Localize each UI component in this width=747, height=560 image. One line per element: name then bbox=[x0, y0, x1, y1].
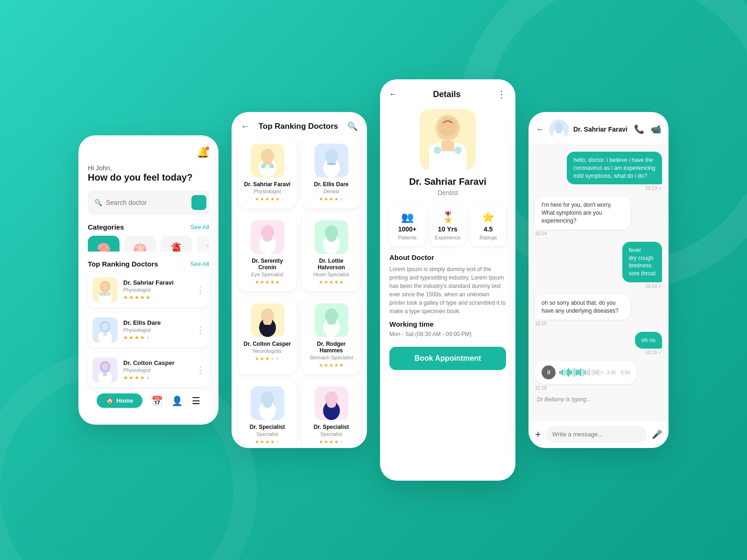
book-appointment-button[interactable]: Book Appointment bbox=[389, 347, 506, 370]
doc-card-hammes[interactable]: Dr. Rodger Hammes Stomach Specialist ★★★… bbox=[302, 297, 360, 374]
doctor-stars-casper: ★★★★★ bbox=[123, 375, 190, 381]
top-doctors-header: Top Ranking Doctors See All bbox=[88, 260, 209, 268]
card-avatar-extra2 bbox=[315, 386, 348, 420]
card-stars-faravi: ★★★★★ bbox=[255, 196, 280, 202]
svg-point-45 bbox=[434, 147, 441, 154]
doctor-info-faravi: Dr. Sahriar Faravi Physiologist ★★★★★ bbox=[123, 279, 190, 301]
svg-rect-32 bbox=[264, 320, 271, 325]
microphone-button[interactable]: 🎤 bbox=[652, 429, 662, 440]
play-audio-button[interactable]: ⏸ bbox=[542, 365, 556, 379]
ratings-value: 4.5 bbox=[484, 225, 493, 233]
top-ranking-title: Top Ranking Doctors bbox=[88, 260, 158, 268]
about-title: About Doctor bbox=[389, 253, 506, 261]
category-lungs[interactable]: 🫁 Lungs 980 Doctors bbox=[124, 236, 156, 252]
category-stomach[interactable]: 🫀 Stomach 840 Doctors bbox=[161, 236, 192, 252]
svg-point-4 bbox=[99, 292, 103, 296]
doctor-stars-faravi: ★★★★★ bbox=[123, 294, 190, 301]
doctor-item-faravi[interactable]: Dr. Sahriar Faravi Physiologist ★★★★★ ⋮ bbox=[88, 273, 209, 307]
patients-label: Patients bbox=[398, 235, 416, 240]
card-avatar-dare bbox=[315, 144, 348, 177]
phone2-header: ← Top Ranking Doctors 🔍 bbox=[232, 112, 367, 137]
back-button-phone3[interactable]: ← bbox=[389, 90, 397, 98]
home-nav-button[interactable]: 🏠 Home bbox=[97, 393, 142, 408]
card-avatar-casper2 bbox=[251, 303, 284, 337]
svg-rect-44 bbox=[441, 141, 454, 151]
card-avatar-hammes bbox=[315, 303, 348, 337]
svg-point-41 bbox=[327, 400, 336, 408]
doc-card-extra2[interactable]: Dr. Specialist Specialist ★★★★★ bbox=[302, 380, 360, 448]
doctor-item-casper[interactable]: Dr. Colton Casper Physiologist ★★★★★ ⋮ bbox=[88, 353, 209, 387]
svg-rect-13 bbox=[103, 372, 107, 376]
phone-call-button[interactable]: 📞 bbox=[634, 124, 644, 134]
experience-value: 10 Yrs bbox=[438, 225, 458, 233]
svg-point-10 bbox=[100, 361, 110, 372]
experience-label: Experience bbox=[435, 235, 460, 240]
back-button-phone2[interactable]: ← bbox=[241, 122, 249, 132]
search-input[interactable] bbox=[106, 199, 188, 206]
doctor-profile: Dr. Sahriar Faravi Dentist bbox=[380, 105, 515, 204]
doctor-more-casper[interactable]: ⋮ bbox=[196, 365, 204, 375]
back-button-chat[interactable]: ← bbox=[536, 125, 544, 134]
greeting-question: How do you feel today? bbox=[88, 172, 209, 183]
svg-point-7 bbox=[101, 322, 109, 331]
notification-icon[interactable]: 🔔 bbox=[197, 147, 209, 159]
greeting: Hi John, How do you feel today? bbox=[88, 164, 209, 183]
phone2-ranking: ← Top Ranking Doctors 🔍 Dr. Sahriar Fara… bbox=[232, 112, 367, 448]
more-button-phone3[interactable]: ⋮ bbox=[497, 89, 506, 100]
search-bar[interactable]: 🔍 bbox=[88, 190, 209, 215]
svg-point-11 bbox=[101, 363, 109, 371]
svg-point-25 bbox=[263, 234, 272, 242]
audio-message[interactable]: ⏸ 3:45 5:04 bbox=[535, 361, 637, 384]
doctor-item-dare[interactable]: Dr. Ellis Dare Physiologist ★★★★★ ⋮ bbox=[88, 313, 209, 347]
category-bone[interactable]: 🦴 Bo... 450 bbox=[197, 236, 209, 252]
search-button-phone2[interactable]: 🔍 bbox=[347, 121, 358, 132]
working-title: Working time bbox=[389, 320, 506, 328]
svg-point-38 bbox=[263, 400, 272, 408]
video-call-button[interactable]: 📹 bbox=[651, 124, 661, 134]
message-2: I'm here for you, don't worry. What symp… bbox=[535, 196, 662, 236]
categories-list: 🧠 Brain 1200 Doctors 🫁 Lungs 980 Doctors… bbox=[88, 236, 209, 252]
lungs-icon: 🫁 bbox=[133, 242, 147, 252]
filter-button[interactable] bbox=[191, 195, 206, 210]
svg-rect-9 bbox=[103, 332, 107, 336]
message-1: hello, doctor. i believe i have the coro… bbox=[535, 152, 662, 191]
category-brain[interactable]: 🧠 Brain 1200 Doctors bbox=[88, 236, 120, 252]
doc-card-halvorson[interactable]: Dr. Lottie Halvorson Heart Specialist ★★… bbox=[302, 214, 360, 291]
audio-total-time: 5:04 bbox=[621, 370, 630, 375]
categories-see-all[interactable]: See All bbox=[190, 224, 209, 231]
doctor-more-faravi[interactable]: ⋮ bbox=[196, 285, 204, 295]
chat-doctor-name: Dr. Sahriar Faravi bbox=[573, 126, 629, 133]
ratings-label: Ratings bbox=[479, 235, 497, 240]
message-bubble-4: oh so sorry about that. do you have any … bbox=[535, 294, 630, 320]
message-3: fever dry cough tiredness sore throat 10… bbox=[535, 242, 662, 289]
doc-card-dare[interactable]: Dr. Ellis Dare Dentist ★★★★★ bbox=[302, 137, 360, 208]
svg-point-46 bbox=[454, 147, 462, 154]
doctor-more-dare[interactable]: ⋮ bbox=[196, 325, 204, 335]
doc-card-casper2[interactable]: Dr. Colton Casper Neurologists ★★★★★ bbox=[238, 297, 296, 374]
doc-card-cronin[interactable]: Dr. Serenity Cronin Eye Specialist ★★★★★ bbox=[238, 214, 296, 291]
doc-card-extra1[interactable]: Dr. Specialist Specialist ★★★★★ bbox=[238, 380, 296, 448]
menu-nav[interactable]: ☰ bbox=[192, 395, 200, 406]
doctors-grid: Dr. Sahriar Faravi Physiologist ★★★★★ Dr… bbox=[232, 137, 367, 448]
doctor-stars-dare: ★★★★★ bbox=[123, 335, 190, 341]
chat-input-bar: + 🎤 bbox=[529, 420, 669, 448]
doc-card-faravi[interactable]: Dr. Sahriar Faravi Physiologist ★★★★★ bbox=[238, 137, 296, 208]
stat-experience: 🎖️ 10 Yrs Experience bbox=[430, 206, 466, 246]
stats-row: 👥 1000+ Patients 🎖️ 10 Yrs Experience ⭐ … bbox=[380, 206, 515, 246]
attachment-button[interactable]: + bbox=[535, 428, 541, 441]
profile-nav[interactable]: 👤 bbox=[171, 395, 183, 406]
audio-current-time: 3:45 bbox=[607, 370, 616, 375]
card-stars-extra2: ★★★★★ bbox=[319, 439, 344, 444]
chat-doctor-avatar bbox=[549, 119, 569, 139]
brain-icon: 🧠 bbox=[97, 242, 111, 252]
doctor-detail-name: Dr. Sahriar Faravi bbox=[409, 176, 486, 187]
calendar-nav[interactable]: 📅 bbox=[151, 395, 163, 406]
card-stars-cronin: ★★★★★ bbox=[255, 280, 280, 285]
message-input[interactable] bbox=[546, 426, 647, 442]
patients-value: 1000+ bbox=[398, 225, 416, 233]
phone4-chat: ← Dr. Sahriar Faravi 📞 📹 hello, doctor. … bbox=[529, 112, 669, 448]
doctor-big-avatar bbox=[420, 109, 476, 170]
svg-point-28 bbox=[327, 234, 336, 242]
ratings-icon: ⭐ bbox=[482, 211, 494, 224]
top-doctors-see-all[interactable]: See All bbox=[190, 260, 209, 267]
